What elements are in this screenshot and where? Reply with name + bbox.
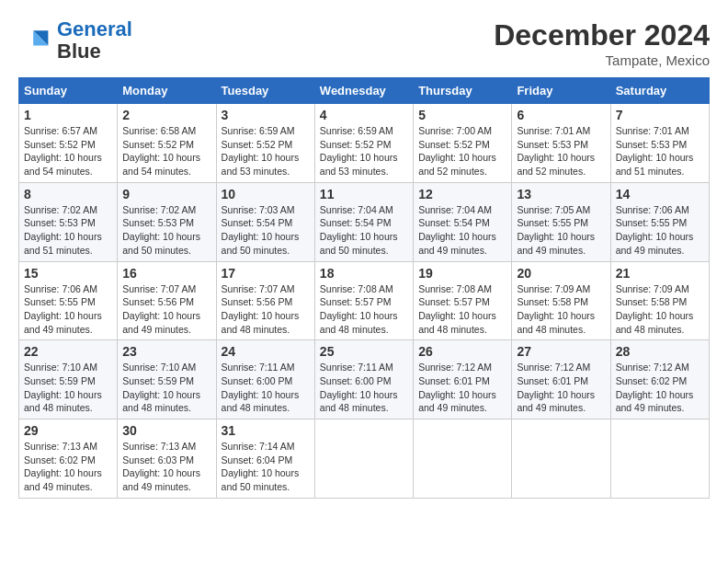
day-info: Sunrise: 7:10 AM Sunset: 5:59 PM Dayligh… bbox=[122, 361, 210, 415]
day-number: 6 bbox=[517, 108, 605, 122]
logo-text: GeneralBlue bbox=[57, 18, 132, 63]
calendar-day-cell: 4 Sunrise: 6:59 AM Sunset: 5:52 PM Dayli… bbox=[314, 104, 413, 183]
calendar-day-cell: 29 Sunrise: 7:13 AM Sunset: 6:02 PM Dayl… bbox=[19, 419, 118, 499]
calendar-day-cell: 26 Sunrise: 7:12 AM Sunset: 6:01 PM Dayl… bbox=[414, 340, 512, 419]
day-info: Sunrise: 7:08 AM Sunset: 5:57 PM Dayligh… bbox=[320, 282, 408, 337]
calendar-day-cell: 3 Sunrise: 6:59 AM Sunset: 5:52 PM Dayli… bbox=[216, 104, 314, 183]
day-number: 14 bbox=[616, 187, 704, 201]
col-monday: Monday bbox=[118, 78, 216, 104]
calendar-day-cell: 16 Sunrise: 7:07 AM Sunset: 5:56 PM Dayl… bbox=[118, 261, 216, 340]
calendar-day-cell: 21 Sunrise: 7:09 AM Sunset: 5:58 PM Dayl… bbox=[610, 261, 709, 340]
day-number: 5 bbox=[418, 108, 506, 122]
page-header: GeneralBlue December 2024 Tampate, Mexic… bbox=[18, 18, 710, 68]
calendar-day-cell bbox=[314, 419, 413, 499]
col-thursday: Thursday bbox=[414, 78, 512, 104]
calendar-table: Sunday Monday Tuesday Wednesday Thursday… bbox=[18, 77, 710, 499]
day-number: 8 bbox=[24, 187, 112, 201]
calendar-day-cell: 31 Sunrise: 7:14 AM Sunset: 6:04 PM Dayl… bbox=[216, 419, 314, 499]
day-info: Sunrise: 7:05 AM Sunset: 5:55 PM Dayligh… bbox=[517, 203, 605, 258]
location: Tampate, Mexico bbox=[494, 52, 710, 68]
calendar-day-cell: 28 Sunrise: 7:12 AM Sunset: 6:02 PM Dayl… bbox=[610, 340, 709, 419]
calendar-day-cell: 23 Sunrise: 7:10 AM Sunset: 5:59 PM Dayl… bbox=[118, 340, 216, 419]
day-info: Sunrise: 7:04 AM Sunset: 5:54 PM Dayligh… bbox=[418, 203, 506, 258]
day-number: 2 bbox=[122, 108, 210, 122]
day-number: 27 bbox=[517, 344, 605, 359]
day-number: 13 bbox=[517, 187, 605, 201]
day-info: Sunrise: 7:12 AM Sunset: 6:01 PM Dayligh… bbox=[517, 361, 605, 415]
day-number: 23 bbox=[122, 344, 210, 359]
day-info: Sunrise: 7:02 AM Sunset: 5:53 PM Dayligh… bbox=[24, 203, 112, 258]
calendar-day-cell: 30 Sunrise: 7:13 AM Sunset: 6:03 PM Dayl… bbox=[118, 419, 216, 499]
day-number: 15 bbox=[24, 266, 112, 281]
day-info: Sunrise: 7:01 AM Sunset: 5:53 PM Dayligh… bbox=[616, 124, 704, 178]
day-number: 19 bbox=[418, 266, 506, 281]
day-info: Sunrise: 7:01 AM Sunset: 5:53 PM Dayligh… bbox=[517, 124, 605, 178]
day-info: Sunrise: 7:14 AM Sunset: 6:04 PM Dayligh… bbox=[222, 440, 310, 494]
day-info: Sunrise: 7:09 AM Sunset: 5:58 PM Dayligh… bbox=[517, 282, 605, 337]
calendar-day-cell: 2 Sunrise: 6:58 AM Sunset: 5:52 PM Dayli… bbox=[118, 104, 216, 183]
col-saturday: Saturday bbox=[610, 78, 709, 104]
day-number: 7 bbox=[616, 108, 704, 122]
calendar-header-row: Sunday Monday Tuesday Wednesday Thursday… bbox=[19, 78, 710, 104]
day-info: Sunrise: 7:11 AM Sunset: 6:00 PM Dayligh… bbox=[222, 361, 310, 415]
day-number: 25 bbox=[320, 344, 408, 359]
day-info: Sunrise: 6:57 AM Sunset: 5:52 PM Dayligh… bbox=[24, 124, 112, 178]
calendar-day-cell: 20 Sunrise: 7:09 AM Sunset: 5:58 PM Dayl… bbox=[512, 261, 610, 340]
day-number: 24 bbox=[222, 344, 310, 359]
day-number: 11 bbox=[320, 187, 408, 201]
col-wednesday: Wednesday bbox=[314, 78, 413, 104]
day-info: Sunrise: 7:03 AM Sunset: 5:54 PM Dayligh… bbox=[222, 203, 310, 258]
month-title: December 2024 bbox=[494, 18, 710, 52]
calendar-day-cell: 18 Sunrise: 7:08 AM Sunset: 5:57 PM Dayl… bbox=[314, 261, 413, 340]
day-info: Sunrise: 7:04 AM Sunset: 5:54 PM Dayligh… bbox=[320, 203, 408, 258]
logo-icon bbox=[18, 24, 51, 57]
calendar-day-cell: 8 Sunrise: 7:02 AM Sunset: 5:53 PM Dayli… bbox=[19, 182, 118, 261]
day-number: 18 bbox=[320, 266, 408, 281]
day-number: 16 bbox=[122, 266, 210, 281]
logo: GeneralBlue bbox=[18, 18, 132, 63]
day-number: 30 bbox=[122, 423, 210, 438]
day-number: 20 bbox=[517, 266, 605, 281]
calendar-day-cell: 17 Sunrise: 7:07 AM Sunset: 5:56 PM Dayl… bbox=[216, 261, 314, 340]
day-info: Sunrise: 7:02 AM Sunset: 5:53 PM Dayligh… bbox=[122, 203, 210, 258]
day-number: 1 bbox=[24, 108, 112, 122]
day-info: Sunrise: 7:06 AM Sunset: 5:55 PM Dayligh… bbox=[616, 203, 704, 258]
title-block: December 2024 Tampate, Mexico bbox=[494, 18, 710, 68]
calendar-day-cell: 15 Sunrise: 7:06 AM Sunset: 5:55 PM Dayl… bbox=[19, 261, 118, 340]
calendar-day-cell: 10 Sunrise: 7:03 AM Sunset: 5:54 PM Dayl… bbox=[216, 182, 314, 261]
calendar-day-cell: 6 Sunrise: 7:01 AM Sunset: 5:53 PM Dayli… bbox=[512, 104, 610, 183]
day-number: 26 bbox=[418, 344, 506, 359]
col-sunday: Sunday bbox=[19, 78, 118, 104]
day-info: Sunrise: 7:06 AM Sunset: 5:55 PM Dayligh… bbox=[24, 282, 112, 337]
day-info: Sunrise: 7:11 AM Sunset: 6:00 PM Dayligh… bbox=[320, 361, 408, 415]
calendar-week-row: 22 Sunrise: 7:10 AM Sunset: 5:59 PM Dayl… bbox=[19, 340, 710, 419]
calendar-day-cell: 12 Sunrise: 7:04 AM Sunset: 5:54 PM Dayl… bbox=[414, 182, 512, 261]
calendar-day-cell bbox=[414, 419, 512, 499]
calendar-day-cell: 13 Sunrise: 7:05 AM Sunset: 5:55 PM Dayl… bbox=[512, 182, 610, 261]
day-info: Sunrise: 7:07 AM Sunset: 5:56 PM Dayligh… bbox=[122, 282, 210, 337]
calendar-body: 1 Sunrise: 6:57 AM Sunset: 5:52 PM Dayli… bbox=[19, 104, 710, 499]
day-number: 9 bbox=[122, 187, 210, 201]
day-number: 31 bbox=[222, 423, 310, 438]
calendar-week-row: 8 Sunrise: 7:02 AM Sunset: 5:53 PM Dayli… bbox=[19, 182, 710, 261]
day-info: Sunrise: 7:13 AM Sunset: 6:02 PM Dayligh… bbox=[24, 440, 112, 494]
day-number: 4 bbox=[320, 108, 408, 122]
day-number: 3 bbox=[222, 108, 310, 122]
day-info: Sunrise: 7:12 AM Sunset: 6:01 PM Dayligh… bbox=[418, 361, 506, 415]
calendar-day-cell: 11 Sunrise: 7:04 AM Sunset: 5:54 PM Dayl… bbox=[314, 182, 413, 261]
day-number: 12 bbox=[418, 187, 506, 201]
col-tuesday: Tuesday bbox=[216, 78, 314, 104]
day-info: Sunrise: 6:58 AM Sunset: 5:52 PM Dayligh… bbox=[122, 124, 210, 178]
calendar-week-row: 1 Sunrise: 6:57 AM Sunset: 5:52 PM Dayli… bbox=[19, 104, 710, 183]
day-number: 17 bbox=[222, 266, 310, 281]
day-info: Sunrise: 7:07 AM Sunset: 5:56 PM Dayligh… bbox=[222, 282, 310, 337]
day-info: Sunrise: 7:13 AM Sunset: 6:03 PM Dayligh… bbox=[122, 440, 210, 494]
col-friday: Friday bbox=[512, 78, 610, 104]
calendar-day-cell: 5 Sunrise: 7:00 AM Sunset: 5:52 PM Dayli… bbox=[414, 104, 512, 183]
calendar-day-cell: 14 Sunrise: 7:06 AM Sunset: 5:55 PM Dayl… bbox=[610, 182, 709, 261]
day-number: 21 bbox=[616, 266, 704, 281]
day-info: Sunrise: 6:59 AM Sunset: 5:52 PM Dayligh… bbox=[222, 124, 310, 178]
day-info: Sunrise: 7:12 AM Sunset: 6:02 PM Dayligh… bbox=[616, 361, 704, 415]
day-number: 22 bbox=[24, 344, 112, 359]
day-info: Sunrise: 7:10 AM Sunset: 5:59 PM Dayligh… bbox=[24, 361, 112, 415]
